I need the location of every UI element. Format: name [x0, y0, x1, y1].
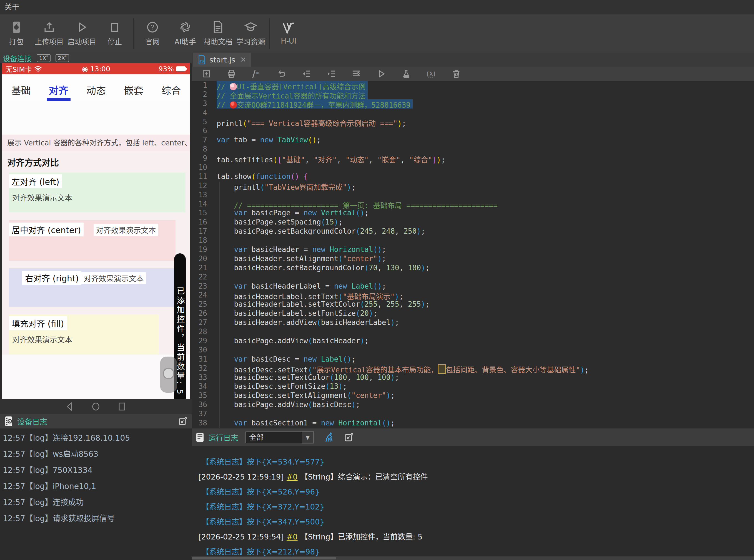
svg-text:*: *: [256, 71, 259, 77]
run-log-entry: 【系统日志】按下{X=534,Y=577}: [192, 455, 754, 469]
code-line: 25 basicHeaderLabel.setTextColor(255, 25…: [192, 300, 754, 309]
editor-tool-block-comment-icon[interactable]: *: [248, 69, 265, 79]
nav-home-icon[interactable]: [91, 402, 100, 411]
log-hash-link[interactable]: #0: [287, 533, 298, 541]
line-number: 29: [192, 337, 210, 346]
line-number: 8: [192, 145, 210, 154]
toolbar-button-openai[interactable]: AI助手: [169, 17, 201, 50]
line-number: 22: [192, 273, 210, 282]
code-line: 18: [192, 236, 754, 245]
line-number: 12: [192, 181, 210, 191]
section-title: 右对齐 (right): [22, 271, 81, 285]
code-line: 8: [192, 145, 754, 154]
run-log-entry: [2026-02-25 12:59:54]#0【String】已添加控件，当前数…: [192, 529, 754, 544]
editor-tool-undo-icon[interactable]: [273, 69, 290, 79]
device-log-list[interactable]: 12:57【log】连接192.168.10.10512:57【log】ws启动…: [0, 428, 192, 560]
editor-tool-printer-icon[interactable]: [223, 69, 240, 79]
editor-tool-flask-icon[interactable]: [398, 69, 415, 79]
toolbar-button-stop[interactable]: 停止: [98, 17, 131, 50]
editor-tool-regex-icon[interactable]: [X]: [423, 69, 440, 79]
nav-recents-icon[interactable]: [117, 402, 127, 411]
log-hash-link[interactable]: #0: [287, 473, 298, 481]
clear-log-broom-icon[interactable]: [325, 432, 335, 443]
toolbar-button-grad-cap[interactable]: 学习资源: [234, 17, 267, 50]
code-line: 24 basicHeaderLabel.setText("基础布局演示");: [192, 291, 754, 300]
code-line: 11tab.show(function() {: [192, 172, 754, 181]
toolbar-button-play[interactable]: 启动项目: [65, 17, 98, 50]
editor-tool-clear-icon[interactable]: [448, 69, 465, 79]
code-line: 29 basicPage.addView(basicHeader);: [192, 337, 754, 346]
svg-text:[X]: [X]: [426, 71, 436, 77]
section-demo-text: 对齐效果演示文本: [12, 334, 159, 345]
toolbar-button-package-apple[interactable]: 打包: [0, 17, 33, 50]
tab-close-icon[interactable]: ✕: [240, 56, 246, 64]
toolbar-button-hui-logo[interactable]: H-UI: [272, 17, 305, 50]
editor-tool-indent-icon[interactable]: [323, 69, 340, 79]
code-line: 33 basicDesc.setTextColor(100, 100, 100)…: [192, 373, 754, 382]
code-line: 20 basicHeader.setAlignment("center");: [192, 255, 754, 264]
code-line: 23 var basicHeaderLabel = new Label();: [192, 282, 754, 291]
phone-tab-动态[interactable]: 动态: [77, 74, 115, 101]
line-number: 11: [192, 172, 210, 181]
tab-start-js[interactable]: JS start.js ✕: [193, 53, 251, 66]
phone-tab-对齐[interactable]: 对齐: [40, 74, 77, 101]
line-number: 30: [192, 346, 210, 355]
code-line: 1// 🎨UI-垂直容器[Vertical]高级综合示例: [192, 81, 754, 90]
code-line: 10: [192, 163, 754, 172]
status-time: ◉ 13:00: [82, 65, 110, 73]
line-number: 18: [192, 236, 210, 245]
line-number: 28: [192, 327, 210, 337]
code-line: 22: [192, 273, 754, 282]
code-line: 35 basicDesc.setTextAlignment("center");: [192, 391, 754, 400]
code-line: 3// 🍎交流QQ群711841924群一，苹果内测群，528816639: [192, 99, 754, 108]
phone-tab-嵌套[interactable]: 嵌套: [115, 74, 153, 101]
code-editor[interactable]: 1// 🎨UI-垂直容器[Vertical]高级综合示例2// 全面展示Vert…: [192, 81, 754, 428]
device-mirror-screen[interactable]: 无SIM卡 ◉ 13:00 93% 基础对齐动态嵌套综合 展示 Vertical…: [2, 63, 190, 399]
scrollbar-thumb[interactable]: [192, 557, 336, 559]
run-log-entry: 【系统日志】按下{X=347,Y=500}: [192, 515, 754, 529]
align-section: 填充对齐 (fill)对齐效果演示文本: [9, 315, 159, 356]
zoom-2x-button[interactable]: 2X": [56, 54, 70, 62]
android-nav-bar: [0, 399, 192, 414]
device-log-entry: 12:57【log】请求获取投屏信号: [0, 511, 192, 527]
phone-status-bar: 无SIM卡 ◉ 13:00 93%: [2, 63, 190, 74]
run-log-expand-icon[interactable]: [344, 433, 353, 442]
toolbar-button-label: 停止: [108, 36, 122, 46]
run-log-list[interactable]: 【系统日志】按下{X=534,Y=577}[2026-02-25 12:59:1…: [192, 446, 754, 560]
editor-tool-run-icon[interactable]: [373, 69, 390, 79]
assistive-touch-ball[interactable]: [160, 357, 177, 393]
align-section: 右对齐 (right)对齐效果演示文本: [9, 268, 175, 307]
phone-tab-综合[interactable]: 综合: [153, 74, 190, 101]
line-number: 26: [192, 309, 210, 318]
device-log-icon: [4, 416, 13, 426]
line-number: 21: [192, 264, 210, 273]
device-log-header: 设备日志: [0, 414, 192, 428]
toolbar-separator: [269, 18, 270, 49]
toolbar-button-doc[interactable]: 帮助文档: [201, 17, 234, 50]
log-filter-select[interactable]: 全部: [246, 432, 302, 443]
nav-back-icon[interactable]: [65, 402, 74, 411]
section-demo-text: 对齐效果演示文本: [12, 192, 186, 203]
code-line: 12 printl("TabView界面加载完成");: [192, 181, 754, 191]
phone-tab-基础[interactable]: 基础: [2, 74, 40, 101]
device-log-expand-icon[interactable]: [178, 417, 187, 426]
editor-tool-format-icon[interactable]: [348, 69, 365, 79]
line-number: 1: [192, 81, 210, 90]
line-number: 9: [192, 154, 210, 163]
toolbar-button-upload[interactable]: 上传项目: [33, 17, 65, 50]
editor-tool-outdent-icon[interactable]: [298, 69, 315, 79]
code-line: 14 // ===================== 第一页: 基础布局 ==…: [192, 200, 754, 209]
code-line: 27 basicHeader.addView(basicHeaderLabel)…: [192, 318, 754, 327]
menu-about[interactable]: 关于: [0, 0, 24, 15]
code-line: 38 var basicSection1 = new Horizontal();: [192, 419, 754, 428]
horizontal-scrollbar[interactable]: [192, 556, 754, 560]
editor-tool-new-file-icon[interactable]: [198, 69, 215, 79]
line-number: 10: [192, 163, 210, 172]
toolbar-button-globe-question[interactable]: ?官网: [136, 17, 169, 50]
line-number: 31: [192, 355, 210, 364]
zoom-1x-button[interactable]: 1X": [37, 54, 51, 62]
log-filter-dropdown-arrow[interactable]: ▼: [302, 431, 313, 443]
carrier-label: 无SIM卡: [5, 64, 32, 74]
section-title: 居中对齐 (center): [9, 223, 83, 236]
battery-percent: 93%: [158, 65, 174, 73]
